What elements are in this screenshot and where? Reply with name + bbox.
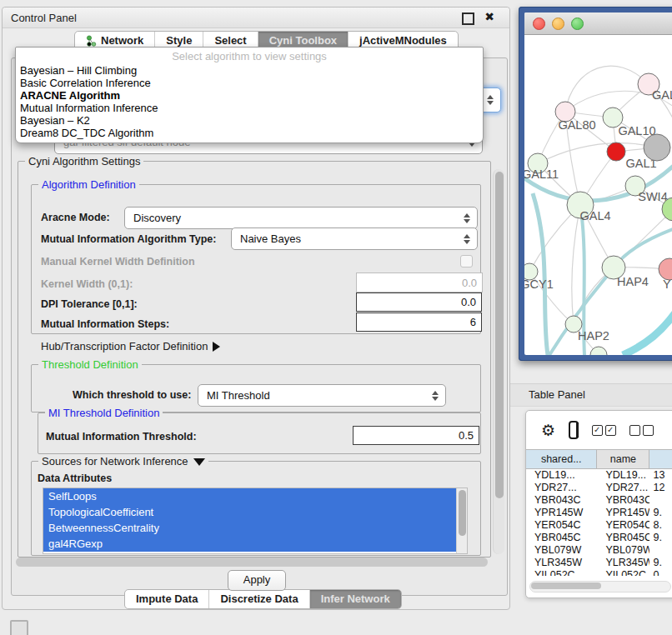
tab-discretize-data[interactable]: Discretize Data xyxy=(208,590,308,608)
aracne-mode-combobox[interactable]: Discovery xyxy=(124,207,478,229)
algorithm-dropdown-popup: Select algorithm to view settings Bayesi… xyxy=(15,47,484,143)
table-cell: YIL052C xyxy=(597,569,649,576)
table-toolbar: ⚙ ✓✓ xyxy=(526,411,672,449)
algorithm-option[interactable]: ARACNE Algorithm xyxy=(16,89,483,102)
algorithm-option[interactable]: Dream8 DC_TDC Algorithm xyxy=(16,127,483,139)
manual-kernel-width-checkbox[interactable] xyxy=(460,255,473,268)
minimize-traffic-light-icon[interactable] xyxy=(552,18,564,30)
cyni-bottom-tabbar: Impute DataDiscretize DataInfer Network xyxy=(124,589,402,609)
combo-spinner-icon xyxy=(484,95,497,105)
network-icon xyxy=(86,35,97,47)
table-cell: YDR27... xyxy=(597,482,649,494)
table-column-header[interactable]: name xyxy=(597,450,649,468)
combo-spinner-icon xyxy=(460,234,474,244)
table-cell: YIL052C xyxy=(526,569,597,576)
table-cell: 13 xyxy=(649,469,672,482)
table-cell: YDL19... xyxy=(526,469,597,482)
network-node-label: GCY1 xyxy=(524,278,554,291)
table-cell: 9. xyxy=(649,557,672,569)
mi-steps-label: Mutual Information Steps: xyxy=(41,318,169,330)
application-background: Control Panel ✖ NetworkStyleSelectCyni T… xyxy=(0,0,672,635)
close-icon[interactable]: ✖ xyxy=(484,10,494,23)
attributes-list-scrollbar[interactable] xyxy=(456,488,467,553)
algorithm-dropdown-prompt: Select algorithm to view settings xyxy=(16,49,483,64)
table-cell: YPR145W xyxy=(597,507,649,519)
select-all-checkboxes-icon[interactable]: ✓✓ xyxy=(592,425,616,436)
settings-horizontal-scrollbar[interactable] xyxy=(16,558,488,567)
algorithm-option[interactable]: Mutual Information Inference xyxy=(16,102,483,114)
mi-algorithm-type-label: Mutual Information Algorithm Type: xyxy=(41,233,216,245)
table-panel-title: Table Panel xyxy=(529,388,585,401)
table-cell: YBL079W xyxy=(526,544,597,557)
network-node-label: GAL xyxy=(652,88,672,102)
algorithm-definition-title: Algorithm Definition xyxy=(38,178,139,191)
table-body: YDL19...YDL19...13YDR27...YDR27...12YBR0… xyxy=(526,469,672,576)
table-column-header[interactable]: shared... xyxy=(526,450,597,468)
table-row[interactable]: YBR045CYBR045C9. xyxy=(526,532,672,544)
table-row[interactable]: YBL079WYBL079W xyxy=(526,544,672,557)
table-cell: 0. xyxy=(649,569,672,576)
algorithm-option[interactable]: Bayesian – Hill Climbing xyxy=(16,64,483,77)
which-threshold-label: Which threshold to use: xyxy=(73,389,191,401)
zoom-traffic-light-icon[interactable] xyxy=(571,18,584,30)
mi-steps-field[interactable]: 6 xyxy=(356,312,482,332)
columns-icon[interactable] xyxy=(569,421,579,439)
settings-vertical-scrollbar[interactable] xyxy=(493,169,504,554)
deselect-all-checkboxes-icon[interactable] xyxy=(629,425,654,436)
attribute-list-item[interactable]: TopologicalCoefficient xyxy=(43,504,456,520)
table-row[interactable]: YER054CYER054C8. xyxy=(526,519,672,532)
network-node-label: GAL80 xyxy=(558,118,595,132)
table-cell: YLR345W xyxy=(597,557,649,569)
cyni-settings-group-title: Cyni Algorithm Settings xyxy=(25,155,143,168)
dpi-tolerance-label: DPI Tolerance [0,1]: xyxy=(41,298,138,310)
algorithm-option[interactable]: Basic Correlation Inference xyxy=(16,77,483,89)
mi-threshold-label: Mutual Information Threshold: xyxy=(46,431,197,442)
table-row[interactable]: YLR345WYLR345W9. xyxy=(526,557,672,569)
apply-button[interactable]: Apply xyxy=(228,570,286,591)
close-traffic-light-icon[interactable] xyxy=(533,18,545,30)
attribute-list-item[interactable]: SelfLoops xyxy=(43,488,456,504)
table-row[interactable]: YPR145WYPR145W9. xyxy=(526,507,672,519)
network-window-titlebar[interactable] xyxy=(524,12,672,35)
mi-threshold-definition-title: MI Threshold Definition xyxy=(45,407,163,419)
float-window-icon[interactable] xyxy=(462,12,474,25)
algorithm-option[interactable]: Bayesian – K2 xyxy=(16,114,483,127)
table-row[interactable]: YIL052CYIL052C0. xyxy=(526,569,672,576)
tab-infer-network[interactable]: Infer Network xyxy=(309,590,401,608)
table-cell: YBL079W xyxy=(597,544,649,557)
hub-definition-expander[interactable]: Hub/Transcription Factor Definition xyxy=(41,340,220,352)
table-cell xyxy=(649,494,672,507)
table-column-header[interactable] xyxy=(649,450,672,468)
dpi-tolerance-field[interactable]: 0.0 xyxy=(356,292,482,312)
mi-algorithm-type-combobox[interactable]: Naive Bayes xyxy=(231,228,478,250)
network-canvas[interactable]: GALGAL80GAL10GAL1GAL11SWI4GAL4GCY1HAP4YH… xyxy=(524,35,672,355)
attribute-list-item[interactable]: gal4RGexp xyxy=(43,536,456,552)
network-node-gal1[interactable] xyxy=(607,142,625,161)
minimized-panel-icon[interactable] xyxy=(10,620,28,635)
combo-spinner-icon xyxy=(429,391,442,401)
data-attributes-label: Data Attributes xyxy=(38,472,112,484)
network-node-label: GAL11 xyxy=(524,168,559,181)
table-row[interactable]: YBR043CYBR043C xyxy=(526,494,672,507)
table-row[interactable]: YDR27...YDR27...12 xyxy=(526,482,672,494)
network-node-label: SWI4 xyxy=(638,190,667,203)
tab-impute-data[interactable]: Impute Data xyxy=(125,590,208,608)
attribute-list-item[interactable]: BetweennessCentrality xyxy=(43,520,456,536)
mi-threshold-field[interactable]: 0.5 xyxy=(353,426,479,445)
control-panel-titlebar[interactable]: Control Panel ✖ xyxy=(3,8,509,28)
table-cell: YER054C xyxy=(597,519,649,532)
which-threshold-combobox[interactable]: MI Threshold xyxy=(198,384,446,407)
expander-collapsed-icon xyxy=(213,342,220,352)
network-node[interactable] xyxy=(644,134,670,161)
table-horizontal-scrollbar[interactable] xyxy=(529,581,671,592)
table-cell xyxy=(649,544,672,557)
table-cell: 8. xyxy=(649,519,672,532)
kernel-width-field[interactable]: 0.0 xyxy=(356,272,483,292)
expander-expanded-icon xyxy=(193,458,205,466)
network-node-label: GAL10 xyxy=(618,124,655,138)
table-row[interactable]: YDL19...YDL19...13 xyxy=(526,469,672,482)
table-cell: 12 xyxy=(649,482,672,494)
table-cell: 9. xyxy=(649,507,672,519)
sources-group-title[interactable]: Sources for Network Inference xyxy=(38,455,208,468)
gear-icon[interactable]: ⚙ xyxy=(541,422,555,438)
